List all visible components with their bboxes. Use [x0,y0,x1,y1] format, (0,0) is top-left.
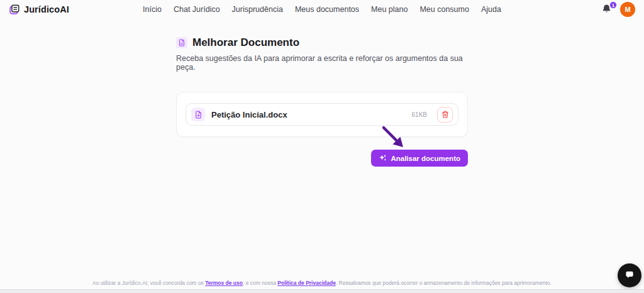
nav-item-inicio[interactable]: Início [143,5,162,14]
top-nav-bar: JurídicoAI Início Chat Jurídico Jurispru… [0,0,644,19]
brand-name: JurídicoAI [24,4,69,14]
file-size: 61KB [412,111,427,118]
nav-item-meu-plano[interactable]: Meu plano [371,5,408,14]
analyze-button-label: Analisar documento [391,155,460,162]
book-lines-icon [9,4,20,15]
main-nav: Início Chat Jurídico Jurisprudência Meus… [143,0,501,19]
delete-file-button[interactable] [437,107,453,123]
bottom-strip [0,289,644,293]
nav-item-meus-documentos[interactable]: Meus documentos [295,5,359,14]
terms-of-use-link[interactable]: Termos de uso [205,280,243,286]
nav-item-ajuda[interactable]: Ajuda [481,5,501,14]
trash-icon [441,111,449,118]
footer-disclaimer: Ao utilizar a Jurídico.AI, você concorda… [0,280,644,286]
notification-badge: 1 [609,1,617,9]
avatar[interactable]: M [620,2,635,17]
notifications-button[interactable]: 1 [601,4,613,15]
upload-card: Petição Inicial.docx 61KB [176,92,468,137]
main-content: Melhorar Documento Receba sugestões da I… [176,19,468,167]
uploaded-file-row: Petição Inicial.docx 61KB [186,103,458,126]
actions-row: Analisar documento [176,150,468,167]
page-title-row: Melhorar Documento [176,36,468,49]
file-name: Petição Inicial.docx [211,110,287,119]
page-title: Melhorar Documento [192,36,299,49]
sparkles-icon [379,154,387,162]
privacy-policy-link[interactable]: Política de Privacidade [277,280,336,286]
chat-widget-button[interactable] [618,263,641,287]
footer-text-before: Ao utilizar a Jurídico.AI, você concorda… [92,280,205,286]
header-right: 1 M [601,2,635,17]
app-root: JurídicoAI Início Chat Jurídico Jurispru… [0,0,644,293]
nav-item-jurisprudencia[interactable]: Jurisprudência [232,5,283,14]
footer-text-middle: , e com nossa [243,280,277,286]
page-subtitle: Receba sugestões da IA para aprimorar a … [176,54,468,72]
nav-item-chat-juridico[interactable]: Chat Jurídico [174,5,220,14]
document-icon [176,37,187,48]
file-plus-icon [191,108,205,121]
brand-logo[interactable]: JurídicoAI [9,4,69,15]
chat-bubble-icon [624,270,635,281]
nav-item-meu-consumo[interactable]: Meu consumo [419,5,469,14]
footer-text-after: . Ressalvamos que poderá ocorrer o armaz… [336,280,552,286]
analyze-document-button[interactable]: Analisar documento [371,150,468,167]
